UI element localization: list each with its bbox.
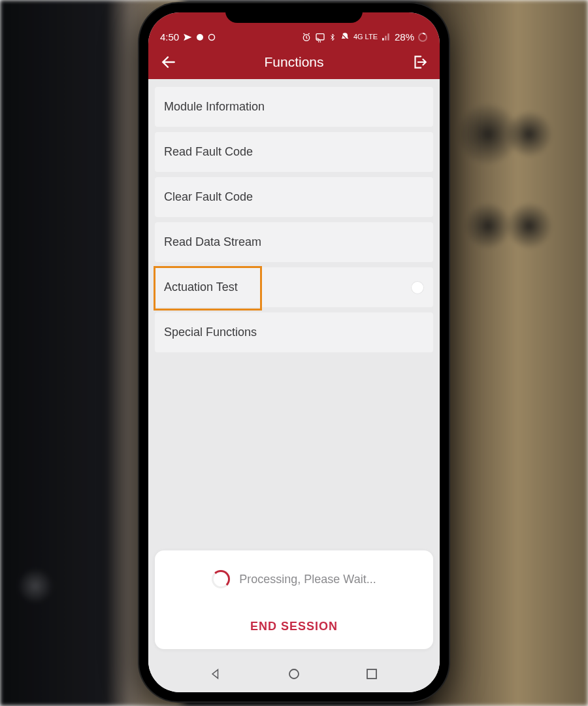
list-item-label: Module Information <box>164 100 265 114</box>
bottom-card: Processing, Please Wait... END SESSION <box>155 550 433 649</box>
cast-icon <box>315 32 325 42</box>
status-bar-left: 4:50 <box>160 31 216 42</box>
page-title: Functions <box>264 54 323 70</box>
phone-notch <box>225 6 363 23</box>
status-bar-right: 4G LTE 28% <box>301 31 428 42</box>
list-item-label: Read Data Stream <box>164 235 261 249</box>
svg-point-6 <box>289 669 299 679</box>
status-dot-filled-icon <box>196 33 204 41</box>
app-header: Functions <box>148 45 440 79</box>
processing-row: Processing, Please Wait... <box>161 563 427 595</box>
nav-back-button[interactable] <box>206 664 226 684</box>
list-item-label: Read Fault Code <box>164 145 253 159</box>
phone-frame: 4:50 <box>139 3 449 701</box>
status-time: 4:50 <box>160 31 179 42</box>
function-actuation-test[interactable]: Actuation Test <box>155 267 433 307</box>
svg-rect-3 <box>316 33 324 39</box>
end-session-button[interactable]: END SESSION <box>161 613 427 640</box>
android-nav-bar <box>148 656 440 692</box>
battery-percent: 28% <box>395 31 414 42</box>
function-read-data-stream[interactable]: Read Data Stream <box>155 222 433 262</box>
nav-home-button[interactable] <box>284 664 304 684</box>
svg-point-0 <box>197 34 203 41</box>
mute-icon <box>340 32 350 42</box>
function-read-fault-code[interactable]: Read Fault Code <box>155 132 433 172</box>
network-type-label: 4G LTE <box>353 33 378 41</box>
location-icon <box>183 33 192 42</box>
svg-point-1 <box>209 34 215 40</box>
end-session-label: END SESSION <box>250 620 338 633</box>
spinner-icon <box>212 570 230 588</box>
battery-ring-icon <box>417 32 428 42</box>
alarm-icon <box>301 32 312 42</box>
status-dot-outline-icon <box>208 33 216 41</box>
function-module-information[interactable]: Module Information <box>155 87 433 127</box>
function-special-functions[interactable]: Special Functions <box>155 312 433 352</box>
functions-list: Module Information Read Fault Code Clear… <box>148 79 440 544</box>
signal-icon <box>381 33 391 42</box>
list-item-label: Special Functions <box>164 326 257 339</box>
processing-text: Processing, Please Wait... <box>239 573 376 586</box>
svg-rect-7 <box>367 669 376 679</box>
list-item-label: Clear Fault Code <box>164 190 253 204</box>
function-clear-fault-code[interactable]: Clear Fault Code <box>155 177 433 217</box>
exit-button[interactable] <box>411 54 428 71</box>
svg-point-5 <box>419 33 427 41</box>
phone-screen: 4:50 <box>148 12 440 692</box>
loading-indicator-icon <box>411 281 424 294</box>
bluetooth-icon <box>329 32 336 42</box>
back-button[interactable] <box>160 54 177 71</box>
nav-recent-button[interactable] <box>362 664 382 684</box>
list-item-label: Actuation Test <box>164 280 238 294</box>
